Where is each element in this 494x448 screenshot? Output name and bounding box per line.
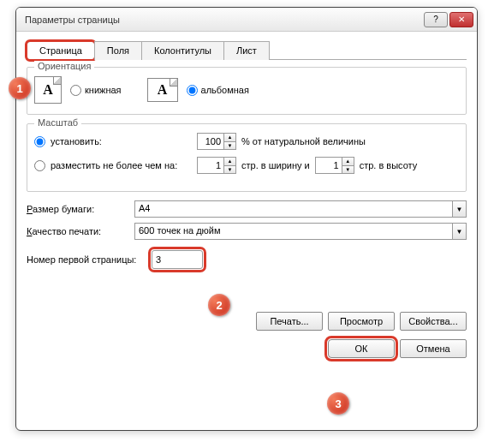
preview-button[interactable]: Просмотр	[328, 312, 395, 331]
close-button[interactable]: ✕	[449, 12, 473, 27]
spinner-icon[interactable]: ▲▼	[223, 134, 235, 149]
scale-percent-field[interactable]	[198, 134, 223, 149]
landscape-icon: A	[147, 78, 178, 102]
tab-margins[interactable]: Поля	[94, 41, 142, 60]
scale-set-radio[interactable]	[34, 136, 45, 147]
tab-sheet[interactable]: Лист	[223, 41, 270, 60]
paper-size-label: РРазмер бумаги:азмер бумаги:	[27, 204, 129, 214]
cancel-button[interactable]: Отмена	[400, 339, 467, 358]
portrait-label: книжная	[85, 85, 122, 95]
ok-button[interactable]: ОК	[328, 339, 395, 358]
orientation-legend: Ориентация	[34, 61, 94, 71]
chevron-down-icon[interactable]: ▼	[452, 201, 466, 217]
scale-fit-label: разместить не более чем на:	[51, 160, 192, 170]
fit-wide-field[interactable]	[198, 158, 223, 173]
scale-set-suffix: % от натуральной величины	[241, 136, 366, 146]
spinner-icon[interactable]: ▲▼	[223, 158, 235, 173]
first-page-input[interactable]	[152, 250, 203, 269]
portrait-icon: A	[34, 76, 62, 104]
scale-fit-radio[interactable]	[34, 160, 45, 171]
fit-wide-input[interactable]: ▲▼	[197, 157, 236, 174]
tab-headerfooter[interactable]: Колонтитулы	[141, 41, 224, 60]
callout-2: 2	[208, 294, 230, 316]
first-page-label: Номер первой страницы:	[27, 254, 146, 265]
print-quality-label: Качество печати:	[27, 226, 129, 236]
help-button[interactable]: ?	[424, 12, 448, 27]
callout-1: 1	[9, 77, 31, 99]
print-quality-value: 600 точек на дюйм	[135, 224, 452, 239]
paper-size-select[interactable]: A4 ▼	[134, 200, 467, 218]
scale-group: Масштаб установить: ▲▼ % от натуральной …	[27, 123, 467, 192]
paper-size-value: A4	[135, 201, 452, 217]
portrait-radio[interactable]	[70, 85, 81, 96]
titlebar: Параметры страницы ? ✕	[16, 8, 477, 32]
dialog-body: Страница Поля Колонтитулы Лист Ориентаци…	[16, 32, 477, 368]
scale-set-label: установить:	[51, 136, 192, 146]
fit-tall-suffix: стр. в высоту	[360, 160, 418, 170]
spinner-icon[interactable]: ▲▼	[342, 158, 354, 173]
fit-tall-field[interactable]	[316, 158, 342, 173]
callout-3: 3	[327, 392, 349, 415]
fit-tall-input[interactable]: ▲▼	[315, 157, 354, 174]
scale-percent-input[interactable]: ▲▼	[197, 133, 236, 150]
chevron-down-icon[interactable]: ▼	[452, 224, 466, 239]
fit-wide-suffix: стр. в ширину и	[241, 160, 310, 170]
window-title: Параметры страницы	[25, 15, 422, 25]
orientation-group: Ориентация A книжная A альбомная	[27, 67, 467, 115]
page-setup-dialog: Параметры страницы ? ✕ Страница Поля Кол…	[15, 7, 478, 431]
print-quality-select[interactable]: 600 точек на дюйм ▼	[134, 223, 467, 240]
options-button[interactable]: Свойства...	[400, 312, 467, 331]
scale-legend: Масштаб	[34, 117, 81, 128]
tab-page[interactable]: Страница	[27, 41, 95, 60]
print-button[interactable]: Печать...	[256, 312, 323, 331]
landscape-radio[interactable]	[187, 85, 198, 96]
tabstrip: Страница Поля Колонтитулы Лист	[27, 40, 467, 60]
landscape-label: альбомная	[201, 85, 249, 95]
